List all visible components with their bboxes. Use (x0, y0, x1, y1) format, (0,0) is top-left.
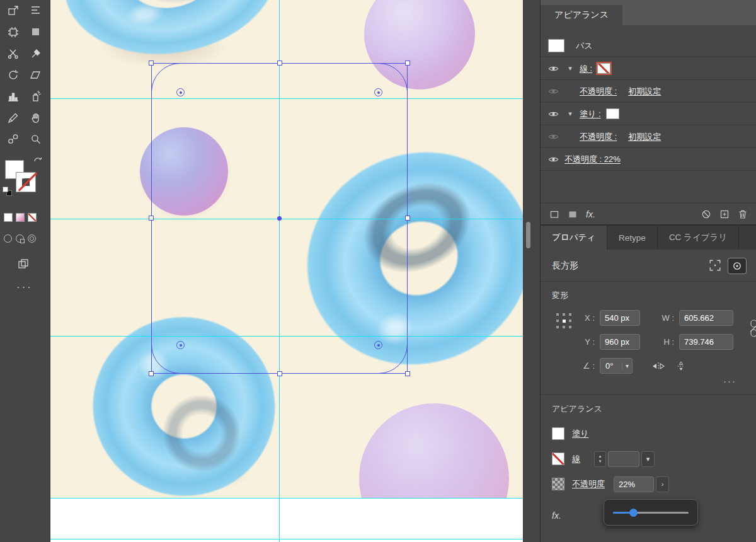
rotate-tool-icon[interactable] (5, 67, 21, 83)
toolbar-more-button[interactable]: ··· (16, 281, 33, 294)
x-field[interactable]: 540 px (600, 310, 640, 326)
h-field[interactable]: 739.746 (679, 334, 733, 350)
eyedropper-icon[interactable] (28, 45, 44, 62)
scissors-icon[interactable] (5, 45, 21, 62)
visibility-eye-icon[interactable] (548, 156, 561, 163)
artboards-icon[interactable] (15, 256, 32, 272)
scrollbar-thumb[interactable] (526, 222, 530, 248)
visibility-eye-icon[interactable] (548, 88, 561, 95)
corner-radius-widget[interactable] (374, 341, 382, 349)
delete-item-icon[interactable] (738, 209, 748, 219)
corner-radius-widget[interactable] (176, 341, 185, 349)
tab-properties[interactable]: プロパティ (541, 226, 607, 250)
flip-vertical-icon[interactable] (674, 361, 688, 371)
zoom-tool-icon[interactable] (28, 131, 44, 147)
corner-radius-widget[interactable] (374, 88, 382, 96)
selection-handle-ne[interactable] (405, 61, 410, 66)
crop-marks-icon[interactable] (709, 259, 721, 274)
draw-behind-icon[interactable] (16, 234, 24, 243)
w-field[interactable]: 605.662 (679, 310, 733, 326)
gradient-button[interactable] (16, 213, 25, 222)
swap-fill-stroke-icon[interactable] (33, 155, 44, 164)
symbol-sprayer-icon[interactable] (28, 88, 44, 105)
fill-label[interactable]: 塗り : (580, 108, 601, 120)
y-field[interactable]: 960 px (600, 334, 640, 350)
stepper-up-icon[interactable]: ▴ (599, 454, 602, 459)
tab-cc-libraries[interactable]: CC ライブラリ (658, 226, 739, 250)
opacity-swatch[interactable] (552, 478, 564, 490)
graph-tool-icon[interactable] (5, 88, 21, 105)
sphere-shape-bottom-right[interactable] (359, 403, 509, 499)
hand-tool-icon[interactable] (28, 110, 44, 126)
pencil-tool-icon[interactable] (5, 110, 21, 126)
stroke-swatch[interactable] (552, 453, 564, 465)
stroke-label[interactable]: 線 : (580, 63, 592, 74)
default-fill-mini-swatch[interactable] (3, 187, 8, 192)
selection-handle-se[interactable] (405, 371, 410, 376)
appearance-row-opacity[interactable]: 不透明度 : 22% (541, 148, 756, 171)
appearance-row-stroke[interactable]: ▾ 線 : (541, 57, 756, 80)
opacity-default-link[interactable]: 初期設定 (628, 86, 661, 97)
selection-center-point[interactable] (277, 216, 282, 221)
opacity-default-link[interactable]: 初期設定 (628, 131, 661, 142)
reference-point-grid[interactable] (554, 311, 573, 330)
draw-inside-icon[interactable] (28, 234, 36, 243)
selection-handle-e[interactable] (405, 216, 410, 221)
visibility-eye-icon[interactable] (548, 133, 561, 141)
none-button[interactable] (28, 213, 37, 222)
selection-handle-w[interactable] (149, 216, 154, 221)
add-effect-button[interactable]: fx. (586, 209, 595, 219)
opacity-link[interactable]: 不透明度 (572, 478, 605, 490)
color-button[interactable] (4, 213, 13, 222)
tab-appearance[interactable]: アピアランス (541, 5, 622, 25)
add-stroke-icon[interactable] (549, 209, 559, 219)
clear-appearance-icon[interactable] (701, 209, 711, 219)
fx-button[interactable]: fx. (552, 510, 561, 521)
stroke-link[interactable]: 線 (572, 453, 580, 464)
selection-handle-n[interactable] (277, 61, 282, 66)
duplicate-item-icon[interactable] (719, 209, 730, 219)
expand-chevron-icon[interactable]: ▾ (564, 64, 576, 72)
opacity-expand-button[interactable]: › (656, 476, 669, 492)
opacity-field[interactable]: 22% (614, 476, 654, 492)
opacity-link[interactable]: 不透明度 : (580, 86, 617, 97)
align-icon[interactable] (28, 3, 44, 19)
chevron-down-icon[interactable]: ▾ (622, 362, 632, 369)
stroke-weight-dropdown-icon[interactable]: ▾ (641, 451, 655, 467)
selection-handle-s[interactable] (277, 371, 282, 376)
appearance-row-path[interactable]: パス (541, 35, 756, 57)
artboard-tool-icon[interactable] (5, 24, 21, 40)
stroke-weight-field[interactable] (608, 451, 639, 467)
visibility-eye-icon[interactable] (548, 65, 561, 72)
fill-link[interactable]: 塗り (572, 428, 588, 439)
slice-tool-icon[interactable] (28, 24, 44, 40)
appearance-row-stroke-opacity[interactable]: 不透明度 : 初期設定 (541, 80, 756, 103)
angle-select[interactable]: 0° ▾ (600, 358, 633, 374)
selection-handle-nw[interactable] (149, 61, 154, 66)
fill-swatch[interactable] (552, 427, 564, 440)
appearance-row-fill-opacity[interactable]: 不透明度 : 初期設定 (541, 125, 756, 148)
opacity-slider-track[interactable] (613, 512, 689, 514)
blend-tool-icon[interactable] (5, 131, 21, 147)
add-fill-icon[interactable] (568, 209, 578, 219)
stroke-weight-stepper[interactable]: ▴ ▾ (594, 451, 606, 467)
guide-horizontal-4[interactable] (50, 498, 523, 499)
appearance-row-fill[interactable]: ▾ 塗り : (541, 103, 756, 125)
selection-handle-sw[interactable] (149, 371, 154, 376)
shear-tool-icon[interactable] (28, 67, 44, 83)
stroke-none-swatch[interactable] (597, 63, 610, 74)
opacity-link[interactable]: 不透明度 : (580, 131, 617, 142)
stepper-down-icon[interactable]: ▾ (599, 459, 602, 464)
flip-horizontal-icon[interactable] (651, 361, 665, 371)
draw-normal-icon[interactable] (4, 234, 12, 243)
guide-horizontal-5[interactable] (50, 539, 523, 539)
link-dimensions-icon[interactable] (750, 319, 756, 340)
more-options-button[interactable]: ··· (723, 376, 736, 386)
expand-chevron-icon[interactable]: ▾ (564, 110, 576, 118)
tab-retype[interactable]: Retype (607, 226, 658, 250)
opacity-slider-thumb[interactable] (629, 509, 638, 517)
corner-radius-widget[interactable] (176, 88, 185, 96)
target-icon[interactable] (728, 258, 747, 274)
visibility-eye-icon[interactable] (548, 110, 561, 118)
free-transform-icon[interactable] (5, 3, 21, 19)
